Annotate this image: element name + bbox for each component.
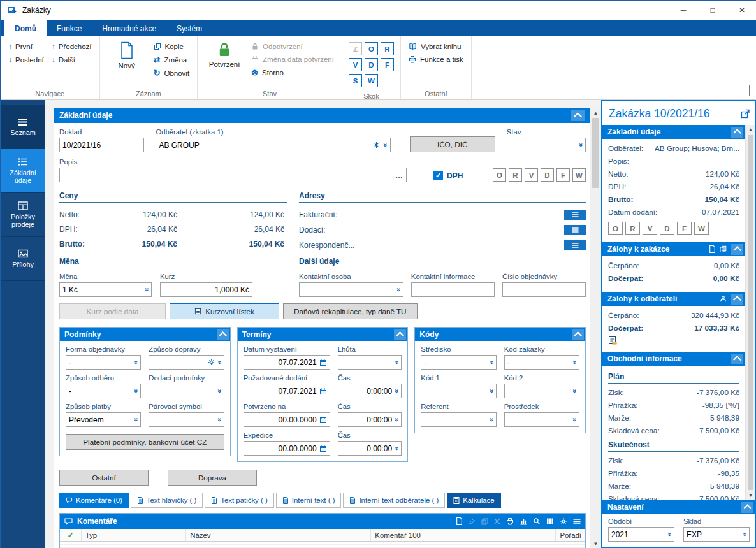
- kod-zakazky-combo[interactable]: - »: [504, 355, 579, 370]
- kontaktni-informace-input[interactable]: [411, 282, 495, 297]
- gear-icon[interactable]: [560, 517, 567, 525]
- documents-icon[interactable]: [720, 245, 727, 253]
- tab-interni-text[interactable]: Interní text ( ): [276, 493, 342, 508]
- tab-kalkulace[interactable]: Kalkulace: [447, 493, 500, 508]
- jump-s-button[interactable]: S: [349, 74, 362, 87]
- document-icon[interactable]: [709, 245, 716, 253]
- calendar-icon[interactable]: [319, 359, 327, 366]
- open-in-window-icon[interactable]: [741, 109, 750, 119]
- menu-icon[interactable]: [573, 519, 581, 524]
- ostatni-button[interactable]: Ostatní: [59, 470, 149, 486]
- jump-f-button[interactable]: F: [381, 58, 394, 71]
- popis-input[interactable]: …: [59, 168, 407, 182]
- panel-scrollbar[interactable]: ▲ ▼: [745, 125, 755, 500]
- maximize-button[interactable]: □: [698, 1, 727, 20]
- zpusob-odberu-combo[interactable]: - »: [66, 384, 141, 398]
- chart-icon[interactable]: [520, 517, 527, 525]
- dodaci-podminky-combo[interactable]: »: [149, 384, 224, 398]
- minimize-button[interactable]: ─: [669, 1, 698, 20]
- table-row[interactable]: [60, 545, 585, 548]
- state-r-button[interactable]: R: [625, 222, 640, 235]
- state-v-button[interactable]: V: [643, 222, 657, 235]
- scroll-up-arrow[interactable]: ▲: [746, 125, 755, 134]
- sidebar-item-zakladni-udaje[interactable]: Základní údaje: [1, 149, 45, 193]
- cas-3-input[interactable]: 0:00:00 »: [338, 441, 402, 456]
- calendar-icon[interactable]: [319, 387, 327, 395]
- copy-record-button[interactable]: Kopie: [154, 43, 190, 50]
- kurzovni-listek-button[interactable]: Kurzovní lístek: [170, 303, 279, 319]
- collapse-ribbon-button[interactable]: [749, 87, 750, 96]
- functions-print-button[interactable]: Funkce a tisk: [409, 55, 463, 63]
- collapse-section-button[interactable]: [731, 294, 743, 305]
- collapse-podminky-button[interactable]: [217, 329, 229, 340]
- scrollbar-track[interactable]: [590, 188, 601, 538]
- jump-w-button[interactable]: W: [365, 74, 378, 87]
- previous-record-button[interactable]: ↑ Předchozí: [52, 43, 92, 50]
- collapse-section-button[interactable]: [731, 127, 743, 138]
- kontaktni-osoba-combo[interactable]: »: [299, 282, 403, 297]
- scrollbar-thumb[interactable]: [748, 135, 753, 490]
- state-d-button[interactable]: D: [541, 168, 554, 182]
- fakturacni-menu-button[interactable]: [564, 210, 586, 220]
- column-header-nazev[interactable]: Název: [186, 529, 371, 541]
- collapse-section-button[interactable]: [731, 244, 743, 255]
- state-v-button[interactable]: V: [525, 168, 538, 182]
- datum-vystaveni-input[interactable]: 07.07.2021: [244, 355, 330, 370]
- state-w-button[interactable]: W: [694, 222, 709, 235]
- korespondencni-menu-button[interactable]: [564, 240, 586, 250]
- calendar-icon[interactable]: [319, 445, 327, 452]
- columns-icon[interactable]: [546, 517, 554, 525]
- lhuta-combo[interactable]: »: [338, 355, 402, 370]
- calendar-icon[interactable]: [319, 416, 327, 424]
- new-record-button[interactable]: Nový: [104, 38, 150, 71]
- cas-1-input[interactable]: 0:00:00 »: [338, 384, 402, 398]
- dodaci-menu-button[interactable]: [564, 225, 586, 235]
- jump-r-button[interactable]: R: [381, 42, 394, 55]
- obdobi-combo[interactable]: 2021 »: [608, 527, 674, 542]
- column-header-typ[interactable]: Typ: [82, 529, 186, 541]
- kod-2-combo[interactable]: »: [504, 384, 579, 398]
- column-header-komentar[interactable]: Komentář 100: [371, 529, 556, 541]
- print-icon[interactable]: [506, 517, 514, 525]
- state-d-button[interactable]: D: [660, 222, 674, 235]
- sidebar-item-prilohy[interactable]: Přílohy: [1, 237, 45, 281]
- person-icon[interactable]: [720, 295, 727, 303]
- new-row-icon[interactable]: [456, 517, 463, 525]
- tab-system[interactable]: Systém: [166, 20, 212, 36]
- stav-combo[interactable]: »: [507, 138, 586, 152]
- zpusob-dopravy-combo[interactable]: »: [149, 355, 224, 370]
- dph-checkbox[interactable]: ✓ DPH: [433, 171, 463, 180]
- doprava-button[interactable]: Doprava: [168, 470, 257, 486]
- state-f-button[interactable]: F: [556, 168, 570, 182]
- tab-domu[interactable]: Domů: [4, 20, 47, 36]
- state-w-button[interactable]: W: [572, 168, 586, 182]
- state-o-button[interactable]: O: [493, 168, 506, 182]
- jump-o-button[interactable]: O: [365, 42, 378, 55]
- kod-1-combo[interactable]: »: [421, 384, 496, 398]
- tab-komentare[interactable]: Komentáře (0): [59, 493, 129, 508]
- close-button[interactable]: ✕: [727, 1, 756, 20]
- state-r-button[interactable]: R: [509, 168, 522, 182]
- tab-funkce[interactable]: Funkce: [47, 20, 92, 36]
- zpusob-platby-combo[interactable]: Převodem »: [66, 412, 141, 427]
- cislo-objednavky-input[interactable]: [502, 282, 586, 297]
- kurz-input[interactable]: 1,0000 Kč: [160, 282, 252, 297]
- forma-objednavky-combo[interactable]: - »: [66, 355, 141, 370]
- scroll-down-arrow[interactable]: ▼: [746, 491, 755, 500]
- platebni-podminky-button[interactable]: Platební podmínky, bankovní účet CZ: [66, 434, 224, 450]
- select-book-button[interactable]: Vybrat knihu: [409, 43, 463, 50]
- storno-button[interactable]: ⊗ Storno: [251, 68, 334, 76]
- tab-text-paticky[interactable]: Text patičky ( ): [205, 493, 273, 508]
- scrollbar-thumb[interactable]: [592, 118, 599, 188]
- search-icon[interactable]: [533, 517, 541, 525]
- collapse-kody-button[interactable]: [572, 329, 584, 340]
- collapse-section-button[interactable]: [731, 354, 743, 364]
- scroll-down-arrow[interactable]: ▼: [590, 538, 601, 548]
- tab-hromadne-akce[interactable]: Hromadné akce: [92, 20, 166, 36]
- jump-v-button[interactable]: V: [349, 58, 362, 71]
- state-f-button[interactable]: F: [677, 222, 692, 235]
- expedice-input[interactable]: 00.00.0000: [244, 441, 330, 456]
- potvrzeno-na-input[interactable]: 00.00.0000: [244, 412, 330, 427]
- state-o-button[interactable]: O: [608, 222, 623, 235]
- referent-combo[interactable]: »: [421, 412, 496, 427]
